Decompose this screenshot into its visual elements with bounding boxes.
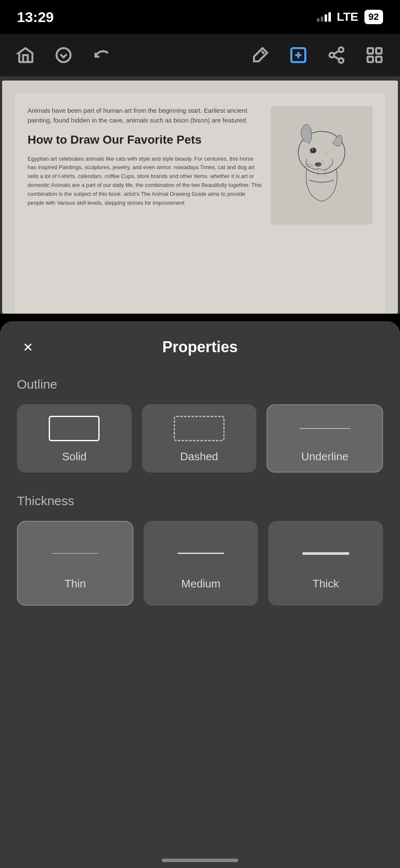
page-content: Animals have been part of human art from… bbox=[15, 93, 385, 314]
medium-preview bbox=[171, 537, 231, 570]
svg-point-4 bbox=[339, 58, 344, 63]
thickness-medium-option[interactable]: Medium bbox=[144, 521, 258, 606]
thick-label: Thick bbox=[313, 577, 339, 590]
page-background: Animals have been part of human art from… bbox=[2, 81, 398, 314]
bottom-sheet: Properties Outline Solid Dashed bbox=[0, 321, 400, 868]
underline-label: Underline bbox=[301, 450, 348, 463]
close-button[interactable] bbox=[17, 336, 39, 358]
status-right: LTE 92 bbox=[317, 10, 383, 24]
medium-line-preview bbox=[178, 553, 224, 554]
thickness-thick-option[interactable]: Thick bbox=[268, 521, 383, 606]
page-title: How to Draw Our Favorite Pets bbox=[28, 133, 262, 147]
thickness-section-label: Thickness bbox=[17, 494, 383, 508]
svg-rect-7 bbox=[368, 48, 373, 54]
thick-preview bbox=[296, 537, 356, 570]
svg-point-3 bbox=[330, 53, 334, 58]
thickness-thin-option[interactable]: Thin bbox=[17, 521, 133, 606]
thickness-options-grid: Thin Medium Thick bbox=[17, 521, 383, 606]
underline-line-preview bbox=[300, 428, 350, 429]
sheet-title: Properties bbox=[162, 338, 238, 356]
document-area: Animals have been part of human art from… bbox=[0, 76, 400, 314]
dog-sketch bbox=[271, 106, 372, 225]
highlighter-button[interactable] bbox=[247, 42, 273, 68]
home-indicator bbox=[162, 859, 238, 862]
home-button[interactable] bbox=[13, 42, 38, 68]
outline-options-grid: Solid Dashed Underline bbox=[17, 404, 383, 473]
sheet-header: Properties bbox=[17, 321, 383, 369]
thin-line-preview bbox=[52, 553, 98, 554]
page-intro: Animals have been part of human art from… bbox=[28, 106, 262, 125]
dashed-border-preview bbox=[174, 416, 225, 441]
svg-point-0 bbox=[57, 48, 71, 62]
svg-point-14 bbox=[311, 149, 313, 150]
solid-preview bbox=[44, 414, 104, 443]
battery-badge: 92 bbox=[364, 10, 383, 24]
chevron-down-button[interactable] bbox=[51, 42, 76, 68]
thick-line-preview bbox=[303, 552, 349, 555]
outline-section-label: Outline bbox=[17, 377, 383, 392]
page-body: Egyptian art celebrates animals like cat… bbox=[28, 155, 262, 208]
share-button[interactable] bbox=[324, 42, 349, 68]
dashed-label: Dashed bbox=[180, 450, 218, 463]
svg-rect-10 bbox=[376, 57, 382, 62]
svg-rect-9 bbox=[368, 57, 373, 62]
thin-label: Thin bbox=[64, 577, 86, 590]
undo-button[interactable] bbox=[89, 42, 114, 68]
solid-label: Solid bbox=[62, 450, 86, 463]
page-image-column bbox=[271, 106, 372, 301]
medium-label: Medium bbox=[181, 577, 220, 590]
grid-button[interactable] bbox=[362, 42, 387, 68]
dashed-preview bbox=[169, 414, 229, 443]
svg-point-13 bbox=[310, 148, 316, 153]
underline-preview bbox=[295, 414, 355, 443]
status-time: 13:29 bbox=[17, 9, 54, 25]
text-box-button[interactable] bbox=[286, 42, 311, 68]
toolbar bbox=[0, 34, 400, 76]
thin-preview bbox=[45, 537, 105, 570]
page-text-column: Animals have been part of human art from… bbox=[28, 106, 262, 301]
svg-point-2 bbox=[339, 47, 344, 52]
svg-rect-8 bbox=[376, 48, 382, 54]
outline-solid-option[interactable]: Solid bbox=[17, 404, 132, 473]
toolbar-right-icons bbox=[247, 42, 387, 68]
svg-line-5 bbox=[334, 56, 339, 59]
thickness-section: Thickness Thin Medium Thi bbox=[17, 494, 383, 606]
lte-label: LTE bbox=[337, 10, 358, 24]
svg-point-12 bbox=[315, 162, 322, 167]
solid-border-preview bbox=[49, 416, 100, 441]
outline-section: Outline Solid Dashed bbox=[17, 377, 383, 473]
outline-underline-option[interactable]: Underline bbox=[267, 404, 383, 473]
status-bar: 13:29 LTE 92 bbox=[0, 0, 400, 34]
outline-dashed-option[interactable]: Dashed bbox=[142, 404, 257, 473]
svg-line-6 bbox=[334, 51, 339, 54]
signal-icon bbox=[317, 12, 331, 22]
